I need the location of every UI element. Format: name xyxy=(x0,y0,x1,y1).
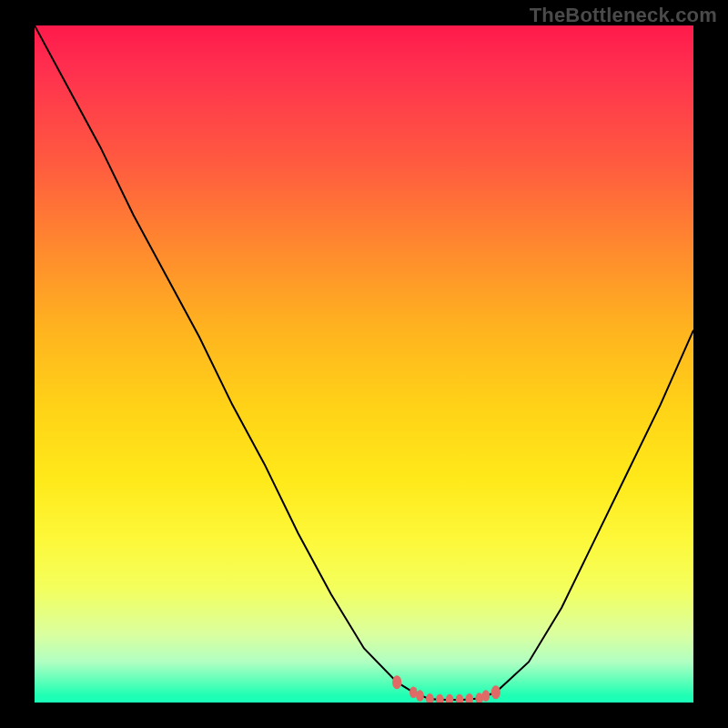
marker-dot xyxy=(426,693,434,703)
bottleneck-curve xyxy=(35,25,693,700)
marker-dot xyxy=(436,694,444,703)
chart-svg xyxy=(35,25,693,703)
marker-dot xyxy=(475,693,483,703)
curve-group xyxy=(35,25,693,700)
marker-dot xyxy=(482,690,490,702)
marker-dot xyxy=(456,694,464,703)
marker-dot xyxy=(416,690,424,702)
chart-frame: TheBottleneck.com xyxy=(0,0,728,728)
plot-area xyxy=(35,25,693,703)
marker-dot xyxy=(392,675,401,689)
watermark-text: TheBottleneck.com xyxy=(530,4,717,27)
marker-dot xyxy=(446,694,454,703)
marker-dot xyxy=(491,685,500,699)
marker-dot xyxy=(466,693,474,703)
